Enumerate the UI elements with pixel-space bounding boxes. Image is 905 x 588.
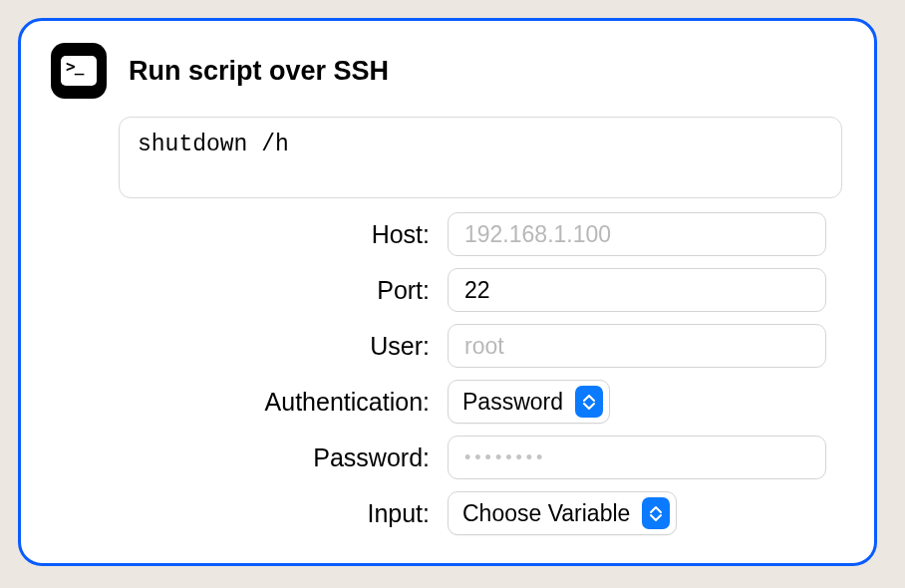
row-password: Password: •••••••• — [119, 436, 844, 479]
input-variable-selected: Choose Variable — [462, 500, 630, 527]
form: Host: Port: User: Authentication: Passwo… — [119, 212, 844, 535]
label-user: User: — [119, 332, 448, 361]
authentication-selected: Password — [462, 389, 563, 416]
host-input[interactable] — [448, 212, 826, 256]
terminal-icon — [51, 43, 107, 99]
select-stepper-icon — [642, 497, 670, 529]
port-input[interactable] — [448, 268, 826, 312]
row-port: Port: — [119, 268, 844, 312]
label-password: Password: — [119, 443, 448, 472]
user-input[interactable] — [448, 324, 826, 368]
card-title: Run script over SSH — [129, 56, 389, 87]
card-header: Run script over SSH — [51, 43, 844, 99]
script-input[interactable]: shutdown /h — [119, 117, 842, 198]
password-input[interactable]: •••••••• — [448, 436, 826, 479]
authentication-select[interactable]: Password — [448, 380, 610, 424]
ssh-action-card: Run script over SSH shutdown /h Host: Po… — [18, 18, 877, 566]
row-user: User: — [119, 324, 844, 368]
label-host: Host: — [119, 220, 448, 249]
row-auth: Authentication: Password — [119, 380, 844, 424]
row-host: Host: — [119, 212, 844, 256]
label-auth: Authentication: — [119, 388, 448, 417]
label-port: Port: — [119, 276, 448, 305]
input-variable-select[interactable]: Choose Variable — [448, 491, 677, 535]
row-input: Input: Choose Variable — [119, 491, 844, 535]
label-input: Input: — [119, 499, 448, 528]
select-stepper-icon — [575, 386, 603, 418]
